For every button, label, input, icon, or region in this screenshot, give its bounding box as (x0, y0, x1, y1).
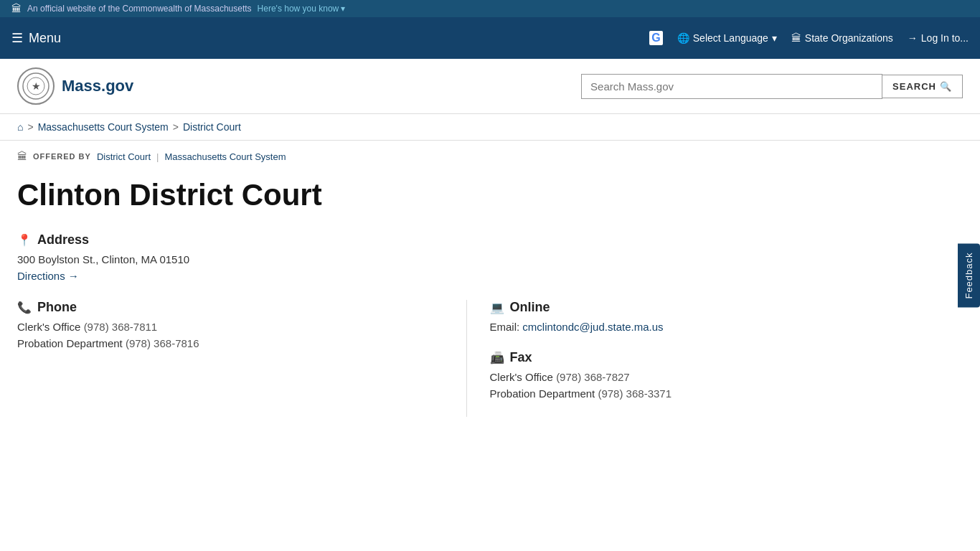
login-button[interactable]: → Log In to... (908, 32, 969, 44)
heres-how-link[interactable]: Here's how you know ▾ (258, 4, 346, 14)
email-prefix-label: Email: (490, 321, 520, 333)
address-text: 300 Boylston St., Clinton, MA 01510 (17, 253, 915, 265)
directions-link[interactable]: Directions → (17, 270, 79, 282)
heres-how-label: Here's how you know (258, 4, 339, 14)
computer-icon: 💻 (490, 301, 504, 314)
chevron-down-icon: ▾ (341, 4, 345, 14)
probation-phone-label: Probation Department (17, 337, 123, 349)
offered-by-mass-court-link[interactable]: Massachusetts Court System (164, 151, 286, 162)
search-icon: 🔍 (940, 81, 952, 92)
directions-arrow-icon: → (68, 270, 79, 282)
search-area: SEARCH 🔍 (581, 74, 963, 99)
search-input[interactable] (581, 74, 882, 99)
google-translate-button[interactable]: G (649, 31, 662, 45)
fax-icon: 📠 (490, 351, 504, 364)
online-section: 💻 Online Email: cmclintondc@jud.state.ma… (490, 300, 916, 333)
logo-area: ★ Mass.gov (17, 67, 133, 105)
state-orgs-label: State Organizations (805, 32, 893, 44)
site-logo-text[interactable]: Mass.gov (62, 77, 133, 95)
home-icon: ⌂ (17, 121, 23, 133)
site-header: ★ Mass.gov SEARCH 🔍 (0, 59, 980, 114)
address-heading: 📍 Address (17, 232, 915, 248)
probation-phone-value: (978) 368-7816 (126, 337, 199, 349)
language-selector[interactable]: 🌐 Select Language ▾ (677, 32, 777, 44)
main-nav: ☰ Menu G 🌐 Select Language ▾ 🏛 State Org… (0, 17, 980, 59)
probation-fax-value: (978) 368-3371 (598, 387, 672, 400)
fax-heading: 📠 Fax (490, 350, 916, 365)
clerks-office-fax-label: Clerk's Office (490, 371, 553, 383)
clerks-office-fax-value: (978) 368-7827 (556, 371, 630, 383)
online-heading-label: Online (510, 300, 550, 315)
globe-icon: 🌐 (677, 32, 689, 44)
offered-by-bar: 🏛 OFFERED BY District Court | Massachuse… (0, 141, 980, 166)
feedback-label: Feedback (963, 252, 974, 298)
phone-section: 📞 Phone Clerk's Office (978) 368-7811 Pr… (17, 300, 467, 417)
two-column-section: 📞 Phone Clerk's Office (978) 368-7811 Pr… (17, 300, 915, 417)
feedback-button[interactable]: Feedback (958, 243, 980, 307)
page-content: Clinton District Court 📍 Address 300 Boy… (0, 166, 933, 446)
fax-clerks-office-row: Clerk's Office (978) 368-7827 (490, 371, 916, 383)
offered-by-district-court-link[interactable]: District Court (97, 151, 151, 162)
hamburger-icon: ☰ (11, 30, 23, 46)
login-label: Log In to... (921, 32, 969, 44)
fax-probation-row: Probation Department (978) 368-3371 (490, 387, 916, 400)
breadcrumb-sep-1: > (27, 121, 33, 133)
online-fax-column: 💻 Online Email: cmclintondc@jud.state.ma… (467, 300, 916, 417)
language-label: Select Language (693, 32, 768, 44)
svg-text:★: ★ (32, 80, 41, 92)
breadcrumb-home-link[interactable]: ⌂ (17, 121, 23, 133)
feedback-tab-wrapper: Feedback (958, 243, 980, 307)
massachusetts-seal-icon: 🏛 (11, 3, 22, 14)
offered-by-separator: | (156, 151, 159, 162)
breadcrumb-district-court-link[interactable]: District Court (183, 121, 241, 133)
phone-heading-label: Phone (37, 300, 77, 315)
phone-clerks-office-row: Clerk's Office (978) 368-7811 (17, 321, 443, 333)
probation-fax-label: Probation Department (490, 387, 595, 400)
mass-seal-logo: ★ (17, 67, 55, 105)
breadcrumb-sep-2: > (173, 121, 179, 133)
state-orgs-button[interactable]: 🏛 State Organizations (791, 32, 893, 44)
clerks-office-phone-label: Clerk's Office (17, 321, 80, 333)
state-orgs-icon: 🏛 (791, 32, 801, 44)
email-row: Email: cmclintondc@jud.state.ma.us (490, 321, 916, 333)
phone-probation-row: Probation Department (978) 368-7816 (17, 337, 443, 349)
search-button[interactable]: SEARCH 🔍 (882, 75, 963, 98)
email-link[interactable]: cmclintondc@jud.state.ma.us (522, 321, 663, 333)
offered-by-building-icon: 🏛 (17, 151, 27, 162)
clerks-office-phone-value: (978) 368-7811 (84, 321, 158, 333)
address-section: 📍 Address 300 Boylston St., Clinton, MA … (17, 232, 915, 283)
page-title: Clinton District Court (17, 178, 915, 212)
menu-label: Menu (29, 31, 61, 46)
phone-heading: 📞 Phone (17, 300, 443, 315)
google-translate-icon: G (649, 31, 662, 45)
login-icon: → (908, 32, 918, 44)
breadcrumb-mass-court-link[interactable]: Massachusetts Court System (38, 121, 169, 133)
directions-label: Directions (17, 270, 65, 282)
fax-heading-label: Fax (510, 350, 532, 365)
offered-by-label: OFFERED BY (33, 152, 91, 161)
top-banner: 🏛 An official website of the Commonwealt… (0, 0, 980, 17)
address-heading-label: Address (37, 232, 89, 248)
fax-section: 📠 Fax Clerk's Office (978) 368-7827 Prob… (490, 350, 916, 400)
phone-icon: 📞 (17, 301, 32, 314)
menu-button[interactable]: ☰ Menu (11, 30, 61, 46)
nav-right: G 🌐 Select Language ▾ 🏛 State Organizati… (649, 31, 969, 45)
official-text: An official website of the Commonwealth … (27, 4, 252, 14)
map-pin-icon: 📍 (17, 233, 32, 247)
language-chevron-icon: ▾ (772, 32, 777, 44)
online-heading: 💻 Online (490, 300, 916, 315)
breadcrumb: ⌂ > Massachusetts Court System > Distric… (0, 114, 980, 141)
search-button-label: SEARCH (892, 81, 936, 92)
